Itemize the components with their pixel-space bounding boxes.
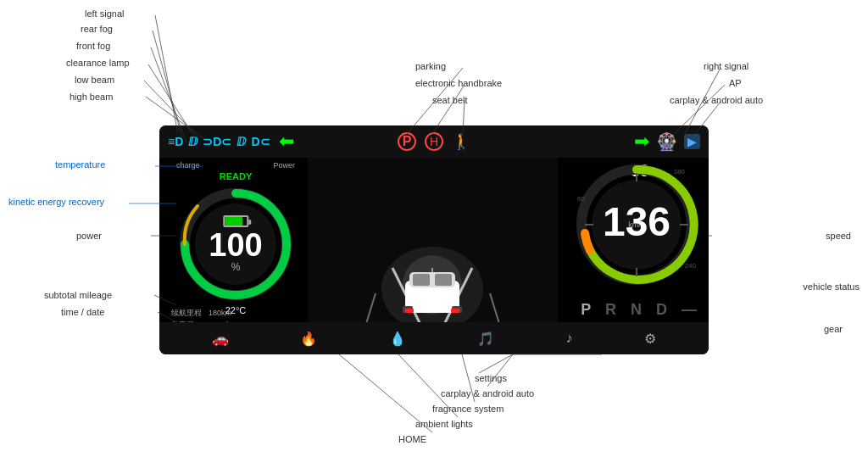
gauge-center: 100 % — [209, 215, 262, 273]
svg-rect-12 — [435, 274, 452, 286]
charge-power-labels: charge Power — [168, 158, 303, 170]
left-status-icons: ≡D ⅅ ⊃D⊂ ⅅ D⊂ ⬅ — [168, 131, 294, 153]
gear-r: R — [605, 301, 620, 318]
handbrake-icon: H — [425, 132, 443, 151]
speed-value: 136 — [603, 202, 670, 242]
road-view — [308, 158, 558, 348]
seatbelt-icon: 🚶 — [452, 132, 470, 151]
svg-rect-11 — [413, 274, 430, 286]
label-carplay: carplay & android auto — [670, 95, 763, 105]
home-icon[interactable]: 🚗 — [212, 331, 229, 347]
settings-icon[interactable]: ⚙ — [644, 331, 656, 347]
music-icon[interactable]: ♪ — [565, 331, 572, 346]
gear-d: D — [656, 301, 670, 318]
battery-gauge-circle: 100 % — [176, 185, 295, 304]
label-kinetic-energy: kinetic energy recovery — [8, 197, 104, 207]
label-carplay-bottom: carplay & android auto — [441, 388, 534, 398]
speed-scale-240: 240 — [685, 262, 696, 270]
label-seat-belt: seat belt — [432, 95, 468, 105]
subtotal-label: 续航里程 — [171, 308, 202, 320]
label-left-signal: left signal — [85, 8, 124, 19]
speed-gauge-circle: 136 km/h 180 240 60 — [573, 161, 700, 288]
high-beam-icon: ≡D — [168, 135, 183, 148]
gear-dash: — — [682, 301, 700, 318]
label-time-date: time / date — [61, 307, 104, 317]
ambient-lights-icon[interactable]: 🔥 — [300, 331, 317, 347]
clearance-lamp-icon: ⊃D⊂ — [203, 135, 231, 148]
front-fog-icon: ⅅ — [236, 135, 246, 148]
label-low-beam: low beam — [75, 75, 114, 85]
label-gear: gear — [824, 324, 843, 334]
label-rear-fog: rear fog — [81, 24, 113, 34]
label-subtotal-mileage: subtotal mileage — [44, 290, 112, 300]
ap-steering-icon: 🎡 — [656, 131, 677, 152]
speed-scale-180: 180 — [674, 168, 685, 176]
svg-line-25 — [155, 15, 178, 134]
center-status-icons: P H 🚶 — [398, 132, 470, 151]
percent-symbol: % — [209, 261, 262, 273]
low-beam-icon: ⅅ — [188, 135, 198, 148]
label-parking: parking — [415, 61, 446, 71]
dashboard-screen: ≡D ⅅ ⊃D⊂ ⅅ D⊂ ⬅ P H 🚶 ➡ 🎡 ▶ 60 — [159, 125, 709, 354]
gear-n: N — [631, 301, 645, 318]
rear-fog-icon: D⊂ — [251, 135, 270, 148]
power-label: Power — [273, 161, 295, 170]
left-signal-icon: ⬅ — [279, 131, 294, 153]
battery-percent-value: 100 — [209, 229, 262, 261]
ready-label: READY — [168, 171, 303, 181]
label-right-signal: right signal — [704, 61, 748, 71]
carplay-icon: ▶ — [684, 134, 700, 149]
speed-scale-60: 60 — [577, 195, 585, 203]
charge-label: charge — [176, 161, 200, 170]
parking-icon: P — [398, 132, 416, 151]
label-temperature: temperature — [55, 159, 105, 170]
svg-rect-15 — [405, 309, 414, 313]
label-speed: speed — [826, 231, 851, 241]
right-signal-icon: ➡ — [634, 131, 649, 153]
svg-line-44 — [479, 354, 513, 373]
gear-p: P — [581, 301, 594, 318]
svg-line-26 — [153, 31, 182, 138]
label-fragrance: fragrance system — [432, 404, 504, 414]
bottom-nav-bar: 🚗 🔥 💧 🎵 ♪ ⚙ — [159, 322, 709, 354]
right-status-icons: ➡ 🎡 ▶ — [634, 131, 700, 153]
label-front-fog: front fog — [76, 41, 110, 51]
label-settings: settings — [475, 373, 507, 383]
svg-rect-16 — [451, 309, 459, 313]
road-scene-svg — [308, 158, 558, 348]
carplay-bottom-icon[interactable]: 🎵 — [477, 331, 494, 347]
battery-icon — [223, 215, 248, 227]
top-icon-bar: ≡D ⅅ ⊃D⊂ ⅅ D⊂ ⬅ P H 🚶 ➡ 🎡 ▶ — [159, 125, 709, 158]
label-ambient-lights: ambient lights — [415, 419, 473, 429]
label-ap: AP — [729, 78, 742, 88]
subtotal-value: 180km — [209, 308, 231, 320]
label-power: power — [76, 231, 102, 241]
label-vehicle-status: vehicle status — [803, 281, 860, 292]
label-electronic-handbrake: electronic handbrake — [415, 78, 502, 88]
label-clearance-lamp: clearance lamp — [66, 58, 130, 68]
label-high-beam: high beam — [70, 92, 113, 102]
fragrance-icon[interactable]: 💧 — [389, 331, 406, 347]
label-home: HOME — [398, 434, 426, 444]
prnd-display: P R N D — — [581, 301, 700, 319]
